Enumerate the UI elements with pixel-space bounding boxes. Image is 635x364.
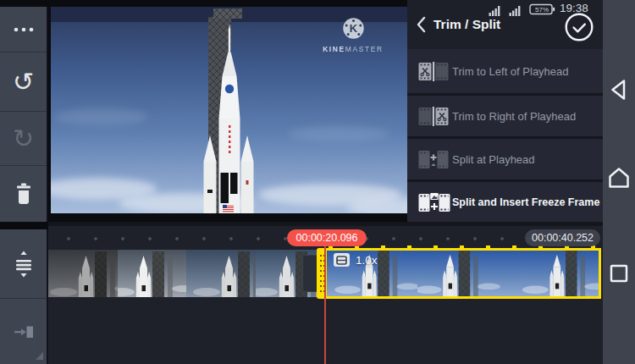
redo-button[interactable]: ↻	[0, 112, 47, 166]
signal-bars-icon	[489, 4, 501, 19]
clip-thumbnail	[417, 251, 508, 296]
playhead-timestamp: 00:00:20.096	[287, 229, 367, 246]
menu-item-label: Trim to Left of Playhead	[452, 65, 569, 78]
clip-speed-label: 1.0x	[356, 254, 378, 267]
confirm-button[interactable]	[563, 11, 595, 43]
expand-timeline-button[interactable]	[0, 229, 47, 299]
editor-sidebar: ↺ ↻	[0, 0, 48, 364]
menu-item-split[interactable]: Split at Playhead	[407, 139, 603, 179]
menu-item-trim-right[interactable]: Trim to Right of Playhead	[407, 96, 603, 136]
battery-percent: 57%	[532, 6, 552, 14]
delete-button[interactable]	[0, 166, 47, 222]
redo-icon: ↻	[13, 126, 34, 152]
sidebar-divider	[0, 222, 48, 229]
logo-letter: K	[349, 22, 357, 35]
timeline-area[interactable]: 1.0x 00:00:20.096 00:00:40.252	[48, 222, 603, 364]
back-triangle-icon	[603, 74, 635, 105]
more-dots-icon	[13, 25, 35, 34]
clip-thumbnail	[118, 250, 187, 297]
video-preview[interactable]: K KINEMASTER	[51, 7, 407, 213]
sidebar-top-spacer	[0, 0, 48, 7]
selected-video-clip[interactable]: 1.0x	[317, 248, 601, 299]
clip-thumbnail	[508, 251, 599, 296]
brand-light: MASTER	[345, 45, 384, 53]
nav-back-button[interactable]	[603, 74, 635, 106]
trim-right-icon	[418, 107, 452, 126]
undo-icon: ↺	[13, 69, 34, 95]
menu-item-label: Split at Playhead	[452, 153, 535, 166]
menu-item-trim-left[interactable]: Trim to Left of Playhead	[407, 49, 603, 93]
playhead-line	[324, 245, 326, 364]
undo-button[interactable]: ↺	[0, 52, 47, 112]
brand-bold: KINE	[323, 45, 345, 53]
chevron-left-icon	[415, 15, 427, 34]
nav-home-button[interactable]	[603, 162, 635, 194]
trim-split-panel: Trim / Split	[407, 0, 603, 222]
more-options-button[interactable]	[0, 7, 47, 52]
android-nav-bar	[603, 0, 635, 364]
signal-bars-icon	[509, 4, 522, 19]
trash-icon	[14, 182, 34, 206]
kinemaster-screen: ↺ ↻	[0, 0, 635, 364]
video-clip-1[interactable]	[48, 250, 324, 297]
home-icon	[603, 163, 635, 193]
split-icon	[418, 150, 452, 169]
film-clip-icon	[334, 253, 350, 267]
menu-item-freeze-frame[interactable]: Split and Insert Freeze Frame	[407, 182, 603, 222]
menu-item-label: Split and Insert Freeze Frame	[452, 196, 599, 208]
clip-speed-badge: 1.0x	[334, 253, 378, 267]
expand-tracks-icon	[13, 251, 35, 278]
recents-square-icon	[603, 258, 635, 289]
kinemaster-watermark: K KINEMASTER	[312, 17, 394, 53]
battery-icon: 57%	[529, 3, 555, 15]
clip-thumbnail	[186, 250, 256, 297]
freeze-frame-icon	[418, 192, 452, 212]
jump-to-media-button[interactable]	[0, 299, 47, 364]
menu-item-label: Trim to Right of Playhead	[452, 110, 576, 123]
watermark-brand-text: KINEMASTER	[312, 45, 394, 53]
check-circle-icon	[563, 11, 595, 43]
trim-left-icon	[418, 62, 452, 81]
long-press-corner-marker	[36, 352, 43, 360]
nav-recents-button[interactable]	[603, 257, 635, 290]
total-duration-timestamp: 00:00:40.252	[525, 229, 600, 246]
jump-to-clip-icon	[13, 321, 35, 343]
back-button[interactable]	[410, 9, 432, 40]
clip-thumbnail	[48, 250, 118, 297]
clock-text: 19:38	[560, 2, 588, 14]
kinemaster-logo-icon: K	[342, 17, 365, 40]
